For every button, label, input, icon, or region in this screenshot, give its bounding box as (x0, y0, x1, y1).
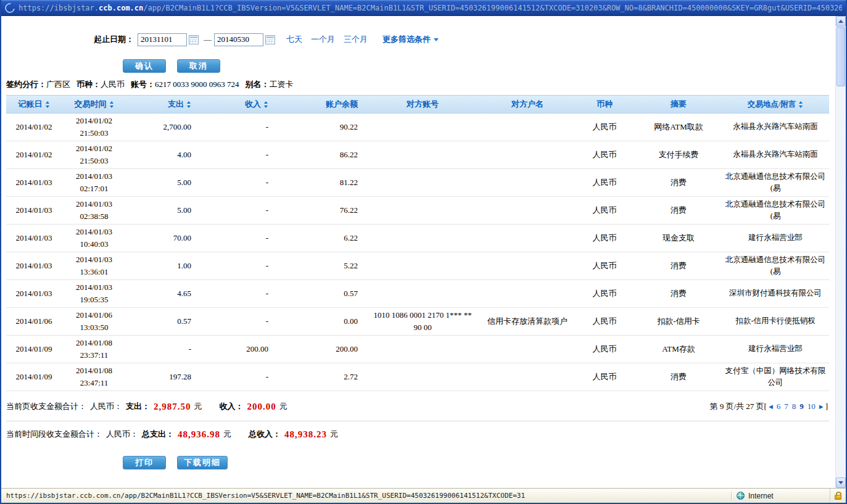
cell-outflow: 4.65 (126, 287, 197, 300)
cell-inflow: - (197, 149, 275, 161)
transaction-row: 2014/01/032014/01/0302:38:585.00-76.22人民… (6, 197, 829, 225)
end-date-input[interactable] (214, 33, 263, 46)
end-date-calendar-button[interactable] (265, 35, 275, 44)
url-prefix: https://ibsbjstar. (19, 4, 99, 12)
start-date-input[interactable] (138, 33, 187, 46)
cell-counterparty-name: 信用卡存放清算款项户 (481, 315, 574, 328)
prev-page-link[interactable]: ◄ (767, 403, 774, 410)
cell-trade-time: 2014/01/0221:50:03 (62, 115, 126, 139)
cell-trade-time: 2014/01/0823:47:11 (62, 365, 126, 389)
cell-location: 扣款-信用卡行使抵销权 (722, 315, 829, 327)
cell-trade-time: 2014/01/0221:50:03 (62, 143, 126, 167)
sort-icon[interactable] (799, 101, 803, 108)
column-header-trade-time[interactable]: 交易时间 (62, 99, 126, 110)
column-header-label: 账户余额 (326, 99, 358, 110)
page-link-8[interactable]: 8 (792, 402, 796, 411)
date-range-label: 起止日期： (94, 34, 134, 45)
next-page-link[interactable]: ► (818, 403, 825, 410)
scroll-down-button[interactable] (836, 477, 846, 488)
cell-outflow: - (126, 343, 197, 355)
transaction-row: 2014/01/032014/01/0302:17:015.00-81.22人民… (6, 169, 829, 197)
start-date-calendar-button[interactable] (189, 35, 199, 44)
column-header-post-date[interactable]: 记账日 (6, 99, 62, 110)
date-separator: — (204, 35, 212, 44)
transaction-row: 2014/01/032014/01/0319:05:354.65-0.57人民币… (6, 280, 829, 308)
more-filters-link[interactable]: 更多筛选条件 (382, 34, 439, 45)
column-header-location[interactable]: 交易地点/附言 (722, 99, 829, 110)
scrollbar-track[interactable] (836, 27, 846, 477)
page-link-9[interactable]: 9 (799, 402, 804, 411)
cell-balance: 0.57 (275, 287, 364, 300)
page-summary-currency: 人民币： (90, 401, 122, 412)
confirm-button[interactable]: 确认 (123, 59, 166, 73)
bottom-actions-row: 打印 下载明细 (6, 456, 829, 469)
print-button[interactable]: 打印 (123, 456, 166, 469)
cell-post-date: 2014/01/02 (6, 121, 62, 133)
quick-link-three-months[interactable]: 三个月 (344, 34, 368, 45)
cell-currency: 人民币 (574, 371, 635, 383)
cell-inflow: - (197, 315, 275, 328)
cell-inflow: - (197, 204, 275, 217)
quick-link-one-month[interactable]: 一个月 (311, 34, 335, 45)
statusbar: https://ibsbjstar.ccb.com.cn/app/B2CMain… (1, 488, 846, 503)
sort-icon[interactable] (46, 101, 50, 108)
cell-location: 永福县永兴路汽车站南面 (722, 121, 829, 133)
status-zone-section: Internet (731, 492, 830, 500)
column-header-label: 币种 (597, 99, 613, 110)
page-outflow-value: 2,987.50 (154, 402, 191, 412)
scroll-up-button[interactable] (836, 16, 846, 27)
cell-summary: 消费 (635, 176, 722, 189)
cell-location: 支付宝（中国）网络技术有限公司 (722, 365, 829, 389)
cell-location: 北京通融通信息技术有限公司(易 (722, 199, 829, 223)
sort-icon[interactable] (187, 101, 191, 108)
page-link-7[interactable]: 7 (784, 402, 788, 411)
cell-currency: 人民币 (574, 287, 635, 300)
alias-value: 工资卡 (270, 79, 294, 90)
branch-value: 广西区 (46, 79, 70, 90)
lock-icon (835, 495, 841, 500)
cell-balance: 5.22 (275, 260, 364, 272)
quick-link-seven-days[interactable]: 七天 (286, 34, 302, 45)
cell-currency: 人民币 (574, 149, 635, 161)
transaction-row: 2014/01/032014/01/0313:36:011.00-5.22人民币… (6, 252, 829, 280)
page-inflow-label: 收入： (220, 401, 244, 412)
sort-icon[interactable] (264, 101, 268, 108)
cell-balance: 90.22 (275, 121, 364, 133)
browser-window: https://ibsbjstar.ccb.com.cn/app/B2CMain… (0, 0, 847, 504)
cell-trade-time: 2014/01/0613:03:50 (62, 309, 126, 334)
cancel-button[interactable]: 取消 (177, 59, 220, 73)
page-link-10[interactable]: 10 (808, 402, 816, 411)
account-number-value: 6217 0033 9000 0963 724 (155, 80, 239, 89)
url-path: /app/B2CMainB1L1?CCB_IBSVersion=V5&SERVL… (143, 4, 842, 12)
calendar-icon (189, 35, 199, 44)
ccb-logo-icon (3, 1, 17, 15)
column-header-inflow[interactable]: 收入 (197, 99, 275, 110)
cell-post-date: 2014/01/02 (6, 149, 62, 161)
arrow-up-icon (838, 20, 843, 23)
sort-icon[interactable] (110, 101, 114, 108)
page-link-6[interactable]: 6 (777, 402, 781, 411)
cell-trade-time: 2014/01/0823:37:11 (62, 337, 126, 361)
scrollbar-thumb[interactable] (837, 27, 845, 86)
page-summary-row: 当前页收支金额合计： 人民币： 支出： 2,987.50 元 收入： 200.0… (6, 391, 829, 421)
cell-balance: 200.00 (275, 343, 364, 355)
column-header-label: 收入 (245, 99, 261, 110)
vertical-scrollbar[interactable] (835, 16, 846, 488)
download-details-button[interactable]: 下载明细 (177, 456, 228, 469)
arrow-down-icon (838, 481, 843, 484)
cell-counterparty-account: 1010 1086 0001 2170 1*** **90 00 (364, 309, 481, 334)
column-header-outflow[interactable]: 支出 (126, 99, 197, 110)
cell-balance: 0.00 (275, 315, 364, 328)
column-header-label: 摘要 (671, 99, 687, 110)
transaction-row: 2014/01/022014/01/0221:50:032,700.00-90.… (6, 114, 829, 141)
cell-summary: 扣款-信用卡 (635, 315, 722, 328)
column-header-summary: 摘要 (635, 99, 722, 110)
cell-location: 北京通融通信息技术有限公司(易 (722, 171, 829, 195)
transaction-row: 2014/01/092014/01/0823:37:11-200.00200.0… (6, 336, 829, 363)
cell-post-date: 2014/01/03 (6, 232, 62, 244)
column-header-label: 对方账号 (407, 99, 439, 110)
window-title-url: https://ibsbjstar.ccb.com.cn/app/B2CMain… (19, 4, 842, 12)
cell-location: 建行永福营业部 (722, 232, 829, 244)
cell-inflow: - (197, 176, 275, 189)
pagination-label-suffix: ] (825, 402, 828, 411)
